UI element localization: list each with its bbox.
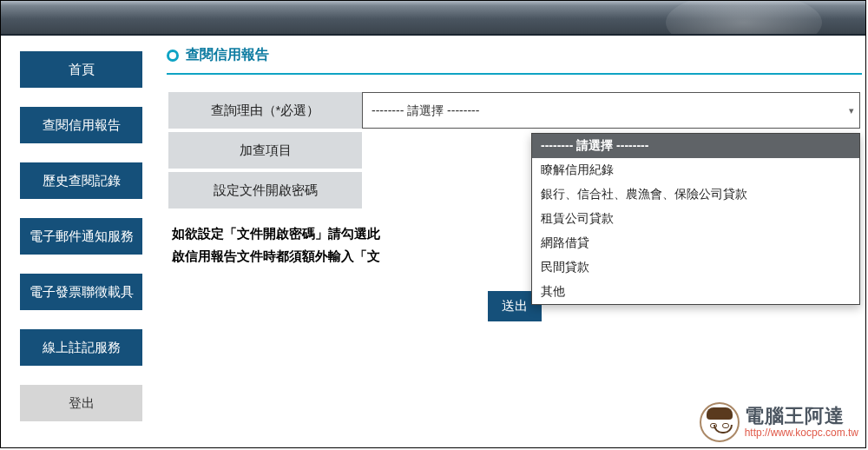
- reason-option-other[interactable]: 其他: [532, 280, 859, 304]
- reason-option-bank-loan[interactable]: 銀行、信合社、農漁會、保險公司貸款: [532, 182, 859, 207]
- watermark-text: 電腦王阿達 http://www.kocpc.com.tw: [745, 406, 858, 438]
- mascot-icon: [700, 402, 740, 442]
- watermark-name: 電腦王阿達: [745, 406, 858, 427]
- sidebar-item-history[interactable]: 歷史查閱記錄: [20, 162, 142, 199]
- top-banner: [1, 1, 865, 36]
- sidebar-item-email-notify[interactable]: 電子郵件通知服務: [20, 218, 142, 255]
- chevron-down-icon: ▾: [849, 105, 854, 116]
- select-reason[interactable]: -------- 請選擇 -------- ▾: [362, 92, 860, 129]
- sidebar-item-view-report[interactable]: 查閱信用報告: [20, 107, 142, 143]
- row-reason: 查詢理由（*必選） -------- 請選擇 -------- ▾: [168, 92, 860, 129]
- label-password: 設定文件開啟密碼: [168, 172, 362, 208]
- main-panel: 查閱信用報告 查詢理由（*必選） -------- 請選擇 -------- ▾…: [161, 36, 865, 447]
- section-header: 查閱信用報告: [167, 41, 862, 75]
- reason-option-private-loan[interactable]: 民間貸款: [532, 255, 859, 280]
- reason-option-placeholder[interactable]: -------- 請選擇 --------: [532, 134, 859, 158]
- label-reason: 查詢理由（*必選）: [168, 92, 362, 129]
- body-row: 首頁 查閱信用報告 歷史查閱記錄 電子郵件通知服務 電子發票聯徵載具 線上註記服…: [1, 36, 865, 447]
- reason-dropdown[interactable]: -------- 請選擇 -------- 瞭解信用紀錄 銀行、信合社、農漁會、…: [531, 133, 860, 305]
- watermark: 電腦王阿達 http://www.kocpc.com.tw: [700, 402, 858, 442]
- sidebar: 首頁 查閱信用報告 歷史查閱記錄 電子郵件通知服務 電子發票聯徵載具 線上註記服…: [1, 36, 161, 447]
- reason-option-online-lending[interactable]: 網路借貸: [532, 231, 859, 255]
- sidebar-item-einvoice[interactable]: 電子發票聯徵載具: [20, 274, 142, 310]
- label-addon: 加查項目: [168, 132, 362, 169]
- bullet-icon: [167, 50, 179, 62]
- reason-option-lease-loan[interactable]: 租賃公司貸款: [532, 207, 859, 231]
- watermark-url: http://www.kocpc.com.tw: [745, 427, 858, 439]
- sidebar-item-logout[interactable]: 登出: [20, 385, 142, 421]
- select-reason-value: -------- 請選擇 --------: [372, 103, 479, 117]
- section-title-text: 查閱信用報告: [186, 46, 269, 64]
- sidebar-item-online-note[interactable]: 線上註記服務: [20, 329, 142, 366]
- sidebar-item-home[interactable]: 首頁: [20, 51, 142, 88]
- app-frame: 首頁 查閱信用報告 歷史查閱記錄 電子郵件通知服務 電子發票聯徵載具 線上註記服…: [0, 0, 866, 448]
- reason-option-understand[interactable]: 瞭解信用紀錄: [532, 158, 859, 182]
